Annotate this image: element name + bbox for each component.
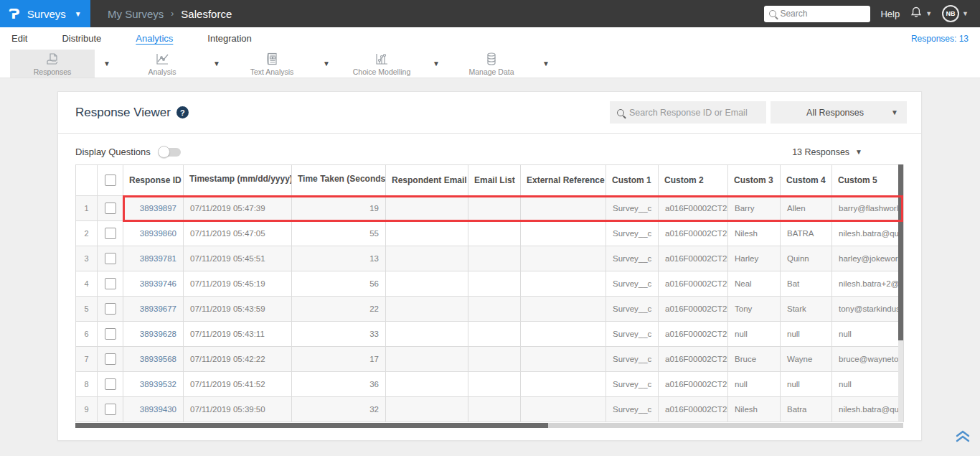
column-header[interactable]: Custom 3 <box>728 165 781 196</box>
nav-item-distribute[interactable]: Distribute <box>62 33 101 45</box>
column-header[interactable]: Response ID▲ <box>123 165 184 196</box>
select-all-checkbox[interactable] <box>105 175 116 186</box>
column-header[interactable]: Respondent Email <box>386 165 468 196</box>
cell-respondent-email <box>386 347 468 372</box>
row-checkbox[interactable] <box>105 353 116 365</box>
cell-custom-1: Survey__c <box>606 347 659 372</box>
column-header[interactable]: Custom 2 <box>659 165 728 196</box>
response-viewer-panel: Response Viewer ? All Responses ▼ Displa… <box>57 91 922 441</box>
column-header[interactable]: Custom 5 <box>832 165 904 196</box>
cell-external-reference <box>521 246 606 271</box>
column-header-label: Custom 2 <box>664 175 704 185</box>
column-header[interactable]: Time Taken (Seconds)▲▼ <box>292 165 386 196</box>
cell-response-id[interactable]: 38939677 <box>123 297 184 322</box>
row-checkbox[interactable] <box>105 404 116 415</box>
cell-custom-3: null <box>728 372 781 397</box>
scatter-chart-icon <box>374 52 390 66</box>
notifications-menu[interactable]: ▼ <box>910 6 932 22</box>
response-search <box>610 101 766 124</box>
row-checkbox[interactable] <box>105 253 116 264</box>
cell-custom-1: Survey__c <box>606 196 659 221</box>
cell-custom-4: null <box>781 372 832 397</box>
row-number: 8 <box>76 372 98 397</box>
cell-response-id[interactable]: 38939430 <box>123 397 184 422</box>
row-checkbox[interactable] <box>105 328 116 340</box>
cell-custom-1: Survey__c <box>606 322 659 347</box>
cell-response-id[interactable]: 38939897 <box>123 196 184 221</box>
analysis-tab-caret[interactable]: ▼ <box>204 50 229 78</box>
manage-data-tab[interactable]: Manage Data <box>449 50 534 78</box>
cell-email-list <box>468 372 521 397</box>
response-filter-dropdown[interactable]: All Responses ▼ <box>771 101 907 124</box>
cell-response-id[interactable]: 38939860 <box>123 221 184 246</box>
row-number-header <box>76 165 98 196</box>
responses-tab-caret[interactable]: ▼ <box>95 50 119 78</box>
bell-icon <box>910 6 923 22</box>
display-questions-toggle[interactable] <box>159 148 181 157</box>
cell-response-id[interactable]: 38939568 <box>123 347 184 372</box>
text-grid-icon <box>264 52 280 66</box>
cell-custom-1: Survey__c <box>606 397 659 422</box>
table-row: 23893986007/11/2019 05:47:0555Survey__ca… <box>76 221 904 246</box>
chevron-down-icon: ▼ <box>891 108 898 116</box>
row-number: 3 <box>76 246 98 271</box>
cell-email-list <box>468 347 521 372</box>
cell-email-list <box>468 322 521 347</box>
line-chart-icon <box>154 52 170 66</box>
text-analysis-tab-caret[interactable]: ▼ <box>314 50 339 78</box>
cell-response-id[interactable]: 38939781 <box>123 246 184 271</box>
account-menu[interactable]: NB ▼ <box>942 5 969 22</box>
scroll-to-top-button[interactable] <box>955 429 971 443</box>
cell-respondent-email <box>386 196 468 221</box>
row-checkbox[interactable] <box>105 203 116 214</box>
chevron-down-icon: ▼ <box>962 10 969 17</box>
nav-item-edit[interactable]: Edit <box>11 33 27 45</box>
response-filter-value: All Responses <box>779 108 891 118</box>
responses-count-dropdown[interactable]: 13 Responses ▼ <box>792 147 862 157</box>
analysis-tab[interactable]: Analysis <box>120 50 204 78</box>
nav-item-integration[interactable]: Integration <box>207 33 251 45</box>
help-link[interactable]: Help <box>880 9 900 19</box>
column-header[interactable]: Custom 1 <box>606 165 659 196</box>
cell-custom-5: bruce@waynetowe <box>832 347 904 372</box>
manage-data-tab-label: Manage Data <box>468 68 514 76</box>
text-analysis-tab[interactable]: Text Analysis <box>230 50 314 78</box>
help-circle-icon[interactable]: ? <box>176 106 189 118</box>
global-search-input[interactable] <box>780 9 865 19</box>
column-header[interactable]: Email List <box>468 165 521 196</box>
table-row: 53893967707/11/2019 05:43:5922Survey__ca… <box>76 297 904 322</box>
cell-timestamp-mm-dd-yyyy: 07/11/2019 05:43:59 <box>184 297 292 322</box>
table-row: 93893943007/11/2019 05:39:5032Survey__ca… <box>76 397 904 422</box>
horizontal-scrollbar-thumb[interactable] <box>75 423 548 428</box>
responses-tab[interactable]: Responses <box>10 50 95 78</box>
row-checkbox[interactable] <box>105 303 116 315</box>
column-header-label: External Reference <box>527 175 605 185</box>
breadcrumb-separator-icon: › <box>171 9 174 19</box>
vertical-scrollbar-thumb[interactable] <box>898 164 903 340</box>
cell-respondent-email <box>386 372 468 397</box>
nav-item-analytics[interactable]: Analytics <box>136 33 173 45</box>
responses-count[interactable]: Responses: 13 <box>911 34 969 44</box>
column-header[interactable]: Timestamp (mm/dd/yyyy)▲▼ <box>184 165 292 196</box>
cell-response-id[interactable]: 38939628 <box>123 322 184 347</box>
row-checkbox[interactable] <box>105 378 116 390</box>
row-checkbox[interactable] <box>105 278 116 289</box>
choice-modelling-tab[interactable]: Choice Modelling <box>339 50 424 78</box>
row-select-cell <box>98 246 123 271</box>
surveys-menu[interactable]: Ɂ Surveys ▼ <box>0 0 90 27</box>
cell-response-id[interactable]: 38939532 <box>123 372 184 397</box>
cell-timestamp-mm-dd-yyyy: 07/11/2019 05:42:22 <box>184 347 292 372</box>
analysis-tab-label: Analysis <box>148 68 176 76</box>
response-search-input[interactable] <box>629 108 759 118</box>
cell-custom-5: nilesh.batra+2@qu <box>832 271 904 297</box>
column-header-label: Custom 5 <box>838 175 877 185</box>
row-checkbox[interactable] <box>105 228 116 239</box>
column-header[interactable]: External Reference <box>521 165 606 196</box>
cell-custom-5: nilesh.batra@ques <box>832 397 904 422</box>
choice-modelling-tab-caret[interactable]: ▼ <box>424 50 448 78</box>
manage-data-tab-caret[interactable]: ▼ <box>534 50 558 78</box>
column-header[interactable]: Custom 4 <box>781 165 832 196</box>
breadcrumb-my-surveys[interactable]: My Surveys <box>108 8 164 20</box>
chevron-down-icon: ▼ <box>855 148 862 156</box>
cell-response-id[interactable]: 38939746 <box>123 271 184 297</box>
